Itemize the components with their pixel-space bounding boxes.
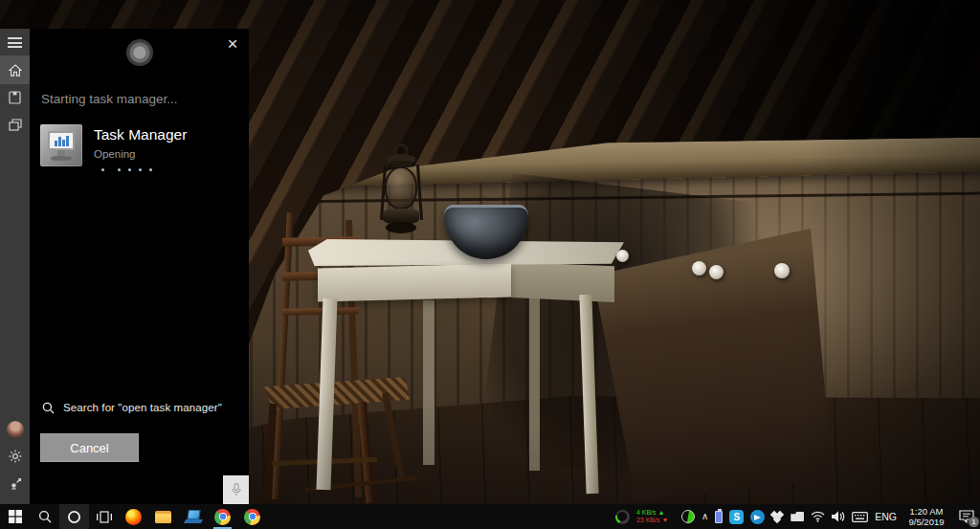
feedback-person-icon [9,476,22,490]
task-manager-app-icon [40,124,82,166]
cortana-circle-icon [67,510,81,524]
system-tray: 4 KB/s ▲ 23 KB/s ▼ ∧ S [615,504,980,529]
cortana-status-text: Starting task manager... [41,92,178,106]
wallpaper-knob [616,250,629,262]
task-view-button[interactable] [89,504,119,529]
cortana-sidebar [0,29,30,504]
dropbox-tray-icon[interactable] [771,511,784,523]
devices-icon [9,119,22,131]
volume-icon[interactable] [832,511,845,522]
sidebar-user-avatar[interactable] [0,416,30,443]
battery-saver-tray-icon[interactable] [681,510,695,523]
monitor-gauge-tray-icon[interactable] [615,510,630,524]
taskbar-clock[interactable]: 1:20 AM 9/5/2019 [903,506,949,527]
wallpaper-knob [774,263,790,278]
cortana-orb-icon [126,39,153,66]
chrome-taskbar-button-1[interactable] [208,504,237,529]
sidebar-item-notebook[interactable] [0,84,30,111]
net-down-speed: 23 KB/s [636,517,660,523]
laptop-app-taskbar-button[interactable] [178,504,208,529]
gear-icon [9,450,22,463]
language-indicator[interactable]: ENG [875,511,897,522]
wallpaper-lantern [377,143,427,249]
sidebar-item-feedback[interactable] [0,470,30,496]
clock-date: 9/5/2019 [909,517,945,527]
sidebar-item-devices[interactable] [0,111,30,138]
wallpaper-knob [709,265,724,279]
touch-keyboard-icon[interactable] [852,512,868,522]
hamburger-icon [8,37,22,48]
sidebar-item-home[interactable] [0,55,30,84]
chrome-taskbar-button-2[interactable] [237,504,267,529]
wallpaper-knob [692,261,706,276]
folder-tray-icon[interactable] [791,512,804,521]
home-icon [9,64,22,77]
battery-icon[interactable] [715,511,723,523]
cancel-button[interactable]: Cancel [40,433,139,462]
show-hidden-icons-button[interactable]: ∧ [702,511,708,521]
search-fallback-label: Search for "open task manager" [63,402,222,413]
search-fallback-row[interactable]: Search for "open task manager" [30,393,249,422]
result-title: Task Manager [94,126,187,143]
search-icon [42,402,55,414]
result-status: Opening [94,148,135,160]
net-up-speed: 4 KB/s [636,509,657,516]
network-speed-meter[interactable]: 4 KB/s ▲ 23 KB/s ▼ [636,509,675,524]
start-button[interactable] [0,504,30,529]
search-icon [38,510,52,523]
laptop-icon [185,510,202,523]
firefox-icon [125,509,142,525]
close-button[interactable]: × [223,34,242,54]
taskbar: 4 KB/s ▲ 23 KB/s ▼ ∧ S [0,504,980,529]
notification-badge: 1 [969,517,979,527]
blue-app-tray-icon[interactable] [750,510,765,524]
sidebar-item-settings[interactable] [0,443,30,470]
cortana-panel: × Starting task manager... Task Manager … [30,29,249,504]
up-arrow-icon: ▲ [657,509,664,516]
file-explorer-taskbar-button[interactable] [148,504,178,529]
file-explorer-icon [155,511,171,523]
microphone-icon [232,483,241,496]
windows-logo-icon [9,510,22,523]
action-center-button[interactable]: 1 [956,507,977,526]
taskbar-search-button[interactable] [30,504,59,529]
loading-dots [101,168,152,171]
wifi-icon[interactable] [811,511,825,522]
task-view-icon [97,511,112,523]
microphone-button[interactable] [223,475,249,504]
chrome-icon [244,509,260,525]
hamburger-menu-button[interactable] [0,29,30,55]
skype-tray-icon[interactable]: S [729,510,744,524]
clock-time: 1:20 AM [910,506,944,517]
firefox-taskbar-button[interactable] [119,504,148,529]
down-arrow-icon: ▼ [661,517,668,523]
cortana-taskbar-button[interactable] [59,504,89,529]
notebook-icon [9,91,21,104]
avatar [7,421,24,438]
wallpaper-table [308,228,624,491]
task-manager-result[interactable]: Task Manager Opening [40,124,237,170]
chrome-icon [214,509,231,525]
close-icon: × [227,33,237,54]
